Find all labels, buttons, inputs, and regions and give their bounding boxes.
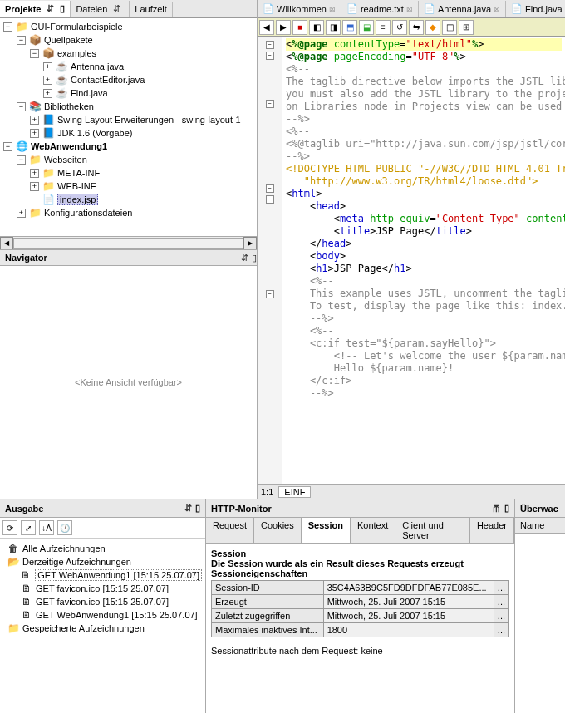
session-heading: Session <box>211 548 246 558</box>
tab-laufzeit[interactable]: Laufzeit <box>130 2 173 17</box>
scroll-right-icon[interactable]: ▶ <box>243 237 257 250</box>
tree-node[interactable]: +📁WEB-INF <box>3 180 253 193</box>
scroll-left-icon[interactable]: ◀ <box>0 237 13 250</box>
tab-dateien[interactable]: Dateien⇵ <box>71 1 130 17</box>
toolbar-button[interactable]: ⊞ <box>459 20 474 35</box>
http-tab-request[interactable]: Request <box>206 518 254 543</box>
close-icon[interactable]: ⊠ <box>406 5 413 13</box>
tree-toggle-icon[interactable]: + <box>43 89 52 98</box>
tree-label: examples <box>57 48 96 58</box>
tree-node[interactable]: +📁META-INF <box>3 166 253 180</box>
tree-node[interactable]: −📁Webseiten <box>3 153 253 166</box>
http-tab-client-und-server[interactable]: Client und Server <box>396 518 470 543</box>
ausgabe-item[interactable]: 📁Gespeicherte Aufzeichnungen <box>3 622 202 635</box>
close-icon[interactable]: ▯ <box>195 503 200 514</box>
sort-button[interactable]: ↓А <box>39 520 54 535</box>
tree-toggle-icon[interactable]: + <box>30 116 39 125</box>
horizontal-scrollbar[interactable]: ◀ ▶ <box>0 236 257 249</box>
close-icon[interactable]: ⊠ <box>494 5 500 13</box>
toolbar-button[interactable]: ◧ <box>309 20 324 35</box>
tree-toggle-icon[interactable]: − <box>30 49 39 58</box>
toolbar-button[interactable]: ◨ <box>326 20 341 35</box>
toolbar-button[interactable]: ↺ <box>392 20 407 35</box>
tree-node[interactable]: +📘Swing Layout Erweiterungen - swing-lay… <box>3 113 253 126</box>
tree-node[interactable]: −🌐WebAnwendung1 <box>3 140 253 153</box>
tree-toggle-icon[interactable]: − <box>17 102 26 111</box>
code-editor[interactable]: <%@page contentType="text/html"%><%@page… <box>282 37 565 484</box>
toolbar-button[interactable]: ⬓ <box>359 20 374 35</box>
ausgabe-item[interactable]: 🗎GET WebAnwendung1 [15:15 25.07.07] <box>3 568 202 582</box>
prop-more-button[interactable]: ... <box>494 581 508 595</box>
reload-button[interactable]: ⟳ <box>2 520 17 535</box>
tree-toggle-icon[interactable]: + <box>43 76 52 85</box>
prop-key: Maximales inaktives Int... <box>212 623 324 637</box>
tree-toggle-icon[interactable]: − <box>3 22 12 32</box>
toolbar-button[interactable]: ◆ <box>425 20 440 35</box>
tree-toggle-icon[interactable]: + <box>30 169 39 178</box>
tree-label: Quellpakete <box>44 35 93 45</box>
tree-node[interactable]: −📦Quellpakete <box>3 33 253 47</box>
toolbar-button[interactable]: ≡ <box>376 20 391 35</box>
tree-node[interactable]: +☕Antenna.java <box>3 60 253 73</box>
tab-projekte[interactable]: Projekte⇵▯ <box>0 1 71 17</box>
prop-more-button[interactable]: ... <box>494 609 508 623</box>
prop-more-button[interactable]: ... <box>494 595 508 609</box>
tool-button[interactable]: ⤢ <box>21 520 36 535</box>
panel-options-icon[interactable]: ⫚ <box>489 504 504 514</box>
close-icon[interactable]: ▯ <box>504 503 509 514</box>
ausgabe-tree[interactable]: 🗑Alle Aufzeichnungen📂Derzeitige Aufzeich… <box>0 539 205 638</box>
tree-toggle-icon[interactable]: + <box>43 62 52 71</box>
close-icon[interactable]: ▯ <box>60 3 65 14</box>
uberwa-column-header[interactable]: Name <box>515 518 565 534</box>
record-icon: 🗎 <box>20 609 33 621</box>
tree-node[interactable]: +☕Find.java <box>3 86 253 100</box>
tree-toggle-icon[interactable]: − <box>17 155 26 165</box>
ausgabe-item[interactable]: 🗑Alle Aufzeichnungen <box>3 542 202 555</box>
close-icon[interactable]: ⊠ <box>329 5 336 13</box>
close-icon[interactable]: ▯ <box>252 253 257 263</box>
ausgabe-item[interactable]: 🗎GET favicon.ico [15:15 25.07.07] <box>3 595 202 608</box>
time-button[interactable]: 🕐 <box>57 520 72 535</box>
prop-value: Mittwoch, 25. Juli 2007 15:15 <box>323 595 494 609</box>
http-tab-session[interactable]: Session <box>302 518 351 543</box>
ausgabe-item[interactable]: 🗎GET favicon.ico [15:15 25.07.07] <box>3 582 202 595</box>
tree-node[interactable]: 📄index.jsp <box>3 193 253 206</box>
tree-toggle-icon[interactable]: + <box>30 182 39 191</box>
tree-node[interactable]: +📁Konfigurationsdateien <box>3 206 253 219</box>
prop-more-button[interactable]: ... <box>494 623 508 637</box>
tree-node[interactable]: +☕ContactEditor.java <box>3 73 253 86</box>
toolbar-button[interactable]: ◫ <box>442 20 457 35</box>
project-tree[interactable]: −📁GUI-Formularbeispiele−📦Quellpakete−📦ex… <box>0 18 257 236</box>
tab-dropdown-icon[interactable]: ⇵ <box>43 3 57 14</box>
tree-node[interactable]: −📁GUI-Formularbeispiele <box>3 20 253 33</box>
editor-tab[interactable]: 📄Find.java⊠ <box>506 1 565 17</box>
tree-toggle-icon[interactable]: − <box>3 142 12 151</box>
panel-options-icon[interactable]: ⇵ <box>181 503 195 514</box>
file-icon: 📁 <box>42 180 55 192</box>
editor-tab[interactable]: 📄readme.txt⊠ <box>341 1 419 17</box>
tree-node[interactable]: −📚Bibliotheken <box>3 100 253 113</box>
toolbar-button[interactable]: ■ <box>292 20 307 35</box>
editor-status-bar: 1:1 EINF <box>258 484 565 499</box>
toolbar-button[interactable]: ⬒ <box>342 20 357 35</box>
nav-back-button[interactable]: ◀ <box>259 20 274 35</box>
http-tab-cookies[interactable]: Cookies <box>254 518 302 543</box>
ausgabe-item[interactable]: 📂Derzeitige Aufzeichnungen <box>3 555 202 568</box>
toolbar-button[interactable]: ⇆ <box>409 20 424 35</box>
tree-toggle-icon[interactable]: − <box>17 36 26 45</box>
tree-toggle-icon[interactable]: + <box>30 129 39 138</box>
editor-tab-bar: 📄Willkommen⊠📄readme.txt⊠📄Antenna.java⊠📄F… <box>258 0 565 18</box>
http-tab-kontext[interactable]: Kontext <box>351 518 396 543</box>
panel-options-icon[interactable]: ⇵ <box>238 253 252 263</box>
tree-node[interactable]: +📘JDK 1.6 (Vorgabe) <box>3 126 253 140</box>
tree-node[interactable]: −📦examples <box>3 47 253 60</box>
scroll-track[interactable] <box>13 238 243 249</box>
http-tab-header[interactable]: Header <box>470 518 514 543</box>
editor-tab[interactable]: 📄Antenna.java⊠ <box>419 1 506 17</box>
nav-fwd-button[interactable]: ▶ <box>276 20 291 35</box>
ausgabe-item[interactable]: 🗎GET WebAnwendung1 [15:15 25.07.07] <box>3 608 202 622</box>
fold-gutter[interactable]: −− − −− − <box>258 37 282 484</box>
editor-tab[interactable]: 📄Willkommen⊠ <box>258 1 341 17</box>
tree-toggle-icon[interactable]: + <box>17 209 26 218</box>
tab-dropdown-icon[interactable]: ⇵ <box>110 3 124 14</box>
